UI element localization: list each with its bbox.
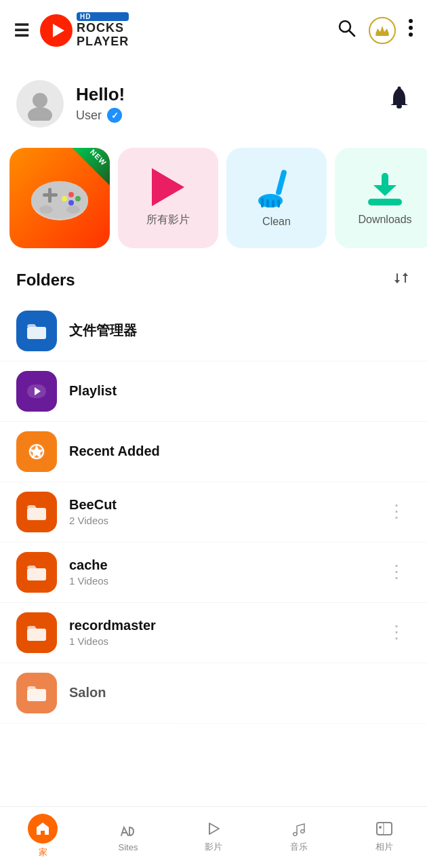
movies-card[interactable]: 所有影片 — [118, 148, 218, 248]
svg-rect-29 — [368, 199, 402, 205]
svg-point-10 — [28, 107, 52, 121]
folder-name-file-manager: 文件管理器 — [69, 321, 411, 340]
nav-music-label: 音乐 — [290, 841, 308, 853]
nav-sites[interactable]: Sites — [85, 821, 171, 852]
svg-rect-44 — [27, 629, 46, 641]
svg-point-7 — [409, 26, 413, 30]
folder-name-recordmaster: recordmaster — [69, 618, 382, 633]
movies-label: 所有影片 — [146, 213, 190, 227]
user-info: Hello! User ✓ — [76, 84, 411, 123]
folder-item-cache[interactable]: cache 1 Videos ⋮ — [0, 542, 427, 603]
folder-item-recent-added[interactable]: Recent Added — [0, 422, 427, 482]
folder-meta-recent-added: Recent Added — [69, 443, 411, 459]
folder-more-cache[interactable]: ⋮ — [382, 559, 411, 585]
folder-name-salon: Salon — [69, 685, 411, 701]
user-section: Hello! User ✓ — [0, 61, 427, 141]
sort-button[interactable] — [392, 269, 411, 292]
svg-point-6 — [409, 19, 413, 23]
clean-label: Clean — [262, 216, 291, 228]
verified-badge: ✓ — [107, 108, 122, 123]
svg-rect-42 — [27, 508, 46, 520]
nav-photos-label: 相片 — [375, 841, 393, 853]
folder-icon-file-manager — [16, 311, 57, 351]
folder-icon-cache — [16, 552, 57, 593]
folder-more-beecut[interactable]: ⋮ — [382, 498, 411, 525]
folder-icon-recent-added — [16, 431, 57, 472]
folder-icon-salon — [16, 673, 57, 713]
logo-text: HD ROCKS PLAYER — [77, 12, 129, 49]
music-icon — [289, 819, 308, 838]
svg-marker-35 — [403, 273, 408, 276]
header-actions — [336, 17, 413, 44]
folder-more-recordmaster[interactable]: ⋮ — [382, 619, 411, 646]
search-button[interactable] — [336, 18, 357, 43]
sites-icon — [119, 821, 138, 840]
nav-music[interactable]: 音乐 — [256, 819, 342, 853]
folder-icon-beecut — [16, 492, 57, 532]
play-icon — [152, 168, 184, 206]
menu-button[interactable]: ☰ — [14, 22, 29, 39]
folder-item-salon[interactable]: Salon — [0, 663, 427, 724]
folder-icon-playlist — [16, 371, 57, 412]
folder-meta-playlist: Playlist — [69, 383, 411, 399]
game-card[interactable]: NEW — [9, 148, 110, 248]
download-icon — [365, 170, 405, 207]
svg-point-21 — [39, 205, 53, 214]
bottom-nav: 家 Sites 影片 音乐 相片 — [0, 806, 427, 868]
user-name-row: User ✓ — [76, 108, 411, 123]
folder-name-recent-added: Recent Added — [69, 443, 411, 459]
nav-photos[interactable]: 相片 — [342, 819, 427, 853]
hd-badge: HD — [77, 12, 129, 21]
svg-point-20 — [62, 196, 67, 201]
folder-item-playlist[interactable]: Playlist — [0, 361, 427, 422]
crown-button[interactable] — [369, 17, 396, 44]
home-icon — [28, 814, 58, 844]
folder-icon-recordmaster — [16, 612, 57, 653]
svg-point-12 — [398, 86, 401, 90]
broom-icon — [258, 168, 295, 209]
svg-point-8 — [409, 33, 413, 37]
nav-sites-label: Sites — [119, 842, 138, 852]
svg-rect-28 — [277, 199, 280, 208]
nav-movies[interactable]: 影片 — [171, 819, 256, 853]
svg-marker-46 — [209, 823, 219, 834]
logo-top-text: ROCKS — [77, 22, 129, 35]
svg-rect-36 — [27, 327, 46, 339]
nav-movies-label: 影片 — [205, 841, 222, 853]
svg-point-11 — [396, 104, 402, 108]
folder-subtitle-recordmaster: 1 Videos — [69, 635, 382, 647]
svg-rect-43 — [27, 568, 46, 580]
svg-point-19 — [68, 200, 74, 205]
folder-subtitle-beecut: 2 Videos — [69, 515, 382, 526]
more-options-button[interactable] — [408, 18, 413, 42]
folders-header: Folders — [0, 262, 427, 301]
svg-rect-25 — [261, 198, 264, 208]
folder-meta-salon: Salon — [69, 685, 411, 701]
folder-meta-beecut: BeeCut 2 Videos — [69, 497, 382, 526]
folder-meta-file-manager: 文件管理器 — [69, 321, 411, 340]
folder-meta-cache: cache 1 Videos — [69, 557, 382, 587]
folder-list: 文件管理器 Playlist — [0, 301, 427, 724]
svg-rect-16 — [48, 188, 52, 203]
downloads-card[interactable]: Downloads — [335, 148, 427, 248]
svg-point-9 — [33, 93, 47, 108]
folder-item-recordmaster[interactable]: recordmaster 1 Videos ⋮ — [0, 603, 427, 663]
app-logo-icon — [39, 13, 74, 48]
folder-item-beecut[interactable]: BeeCut 2 Videos ⋮ — [0, 482, 427, 542]
folder-item-file-manager[interactable]: 文件管理器 — [0, 301, 427, 361]
quick-actions: NEW 所有影片 — [0, 141, 427, 262]
downloads-label: Downloads — [358, 214, 411, 226]
folder-name-beecut: BeeCut — [69, 497, 382, 513]
clean-card[interactable]: Clean — [226, 148, 327, 248]
bell-button[interactable] — [388, 86, 411, 116]
svg-rect-47 — [377, 823, 392, 835]
svg-marker-33 — [394, 280, 400, 283]
folders-title: Folders — [16, 271, 75, 290]
folder-subtitle-cache: 1 Videos — [69, 575, 382, 587]
nav-home-label: 家 — [39, 846, 47, 859]
avatar — [16, 80, 64, 127]
new-badge-text: NEW — [89, 148, 108, 167]
svg-rect-23 — [275, 169, 287, 195]
user-greeting: Hello! — [76, 84, 411, 105]
nav-home[interactable]: 家 — [0, 814, 85, 859]
